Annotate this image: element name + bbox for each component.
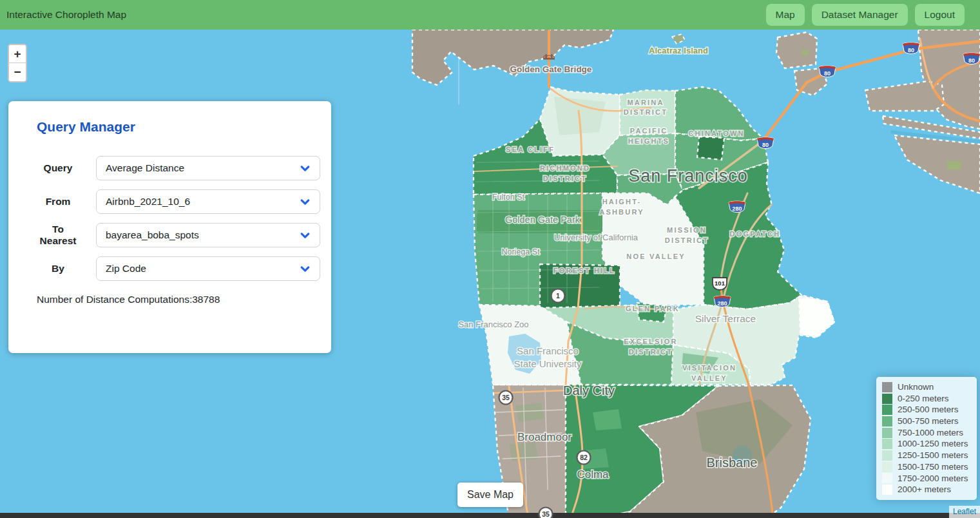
legend-label: 250-500 meters — [898, 404, 959, 416]
region-treasure-island[interactable] — [776, 32, 817, 68]
legend-row: 1000-1250 meters — [882, 438, 971, 450]
shield-82: 82 — [577, 451, 591, 465]
map-label: Broadmoor — [517, 431, 572, 443]
svg-text:280: 280 — [732, 206, 742, 212]
legend-row: Unknown — [882, 381, 971, 393]
legend-swatch — [882, 428, 892, 438]
map-label: Golden Gate Bridge — [510, 64, 592, 74]
shield-80: 80 — [963, 53, 980, 64]
map-label: HAIGHT- — [602, 198, 642, 206]
legend-swatch — [882, 405, 892, 415]
leaflet-link[interactable]: Leaflet — [953, 507, 976, 516]
map-label: MISSION — [667, 226, 707, 234]
select-value: Average Distance — [106, 162, 300, 174]
shield-35: 35 — [499, 391, 513, 405]
query-row: ByZip Code — [28, 256, 320, 281]
chevron-down-icon — [300, 264, 311, 274]
select-value: bayarea_boba_spots — [106, 229, 300, 241]
map-label: Golden Gate Park — [505, 215, 581, 225]
svg-text:35: 35 — [542, 510, 550, 518]
svg-text:280: 280 — [717, 300, 727, 307]
map-label: MARINA — [627, 99, 664, 106]
map-label: San Francisco — [517, 345, 579, 356]
map-label: Noriega St — [501, 247, 540, 256]
map-legend: Unknown0-250 meters250-500 meters500-750… — [876, 377, 977, 500]
select-value: Airbnb_2021_10_6 — [106, 196, 300, 207]
query-row-label: By — [28, 263, 88, 274]
shield-80: 80 — [757, 137, 774, 148]
map-label: Colma — [577, 468, 609, 481]
chevron-down-icon — [300, 230, 311, 241]
legend-row: 2000+ meters — [882, 484, 971, 495]
map-label: FOREST HILL — [553, 267, 615, 274]
map-label: DISTRICT — [665, 236, 709, 244]
region-chinatown-nob-hill[interactable] — [697, 137, 724, 160]
query-manager-title: Query Manager — [37, 119, 320, 135]
zoom-in-button[interactable]: + — [9, 45, 26, 63]
map-label: EXCELSIOR — [624, 338, 677, 345]
select-to-nearest[interactable]: bayarea_boba_spots — [96, 223, 320, 247]
legend-label: 1750-2000 meters — [898, 473, 968, 484]
shield-101: 101 — [713, 278, 727, 290]
map-label: DISTRICT — [624, 108, 668, 116]
map-label: Brisbane — [707, 456, 758, 470]
legend-row: 250-500 meters — [882, 404, 971, 416]
app-title: Interactive Choropleth Map — [6, 9, 126, 21]
query-row: To Nearestbayarea_boba_spots — [28, 223, 320, 247]
navbar: Interactive Choropleth Map MapDataset Ma… — [0, 0, 980, 30]
map-label: GLEN PARK — [626, 305, 680, 312]
nav-button-map[interactable]: Map — [766, 4, 805, 26]
leaflet-attribution[interactable]: Leaflet — [949, 506, 980, 518]
map-label: RICHMOND — [540, 164, 590, 172]
map-label: DISTRICT — [543, 175, 587, 182]
legend-label: 2000+ meters — [898, 484, 951, 495]
svg-text:82: 82 — [580, 454, 588, 461]
legend-swatch — [882, 382, 892, 392]
svg-text:80: 80 — [908, 47, 914, 53]
legend-swatch — [882, 394, 892, 404]
select-query[interactable]: Average Distance — [96, 156, 320, 180]
map-label: State University — [514, 358, 582, 369]
svg-text:35: 35 — [502, 394, 510, 401]
select-value: Zip Code — [106, 263, 300, 274]
map-label: DISTRICT — [629, 348, 673, 356]
legend-label: Unknown — [898, 381, 934, 393]
svg-text:1: 1 — [556, 292, 560, 300]
map-label: CHINATOWN — [688, 130, 744, 137]
shield-280: 280 — [714, 296, 731, 307]
map-label: ASHBURY — [599, 208, 644, 216]
query-row: FromAirbnb_2021_10_6 — [28, 189, 320, 214]
select-by[interactable]: Zip Code — [96, 256, 320, 281]
query-row-label: To Nearest — [28, 224, 88, 247]
distance-computations-note: Number of Distance Computations:38788 — [37, 294, 320, 305]
legend-row: 500-750 meters — [882, 416, 971, 427]
chevron-down-icon — [300, 197, 311, 207]
legend-label: 500-750 meters — [898, 416, 959, 427]
legend-label: 1250-1500 meters — [898, 450, 968, 461]
map-label: Daly City — [563, 383, 615, 398]
query-row-label: From — [28, 196, 88, 207]
svg-text:80: 80 — [762, 142, 769, 148]
select-from[interactable]: Airbnb_2021_10_6 — [96, 189, 320, 214]
map-label: San Francisco Zoo — [458, 320, 528, 329]
legend-swatch — [882, 462, 892, 472]
query-manager-rows: QueryAverage DistanceFromAirbnb_2021_10_… — [28, 156, 320, 281]
map-label: San Francisco — [628, 166, 748, 186]
query-row-label: Query — [28, 162, 88, 174]
query-manager-panel: Query Manager QueryAverage DistanceFromA… — [8, 101, 331, 353]
legend-swatch — [882, 450, 892, 461]
zoom-control: + − — [8, 44, 27, 82]
save-map-button[interactable]: Save Map — [457, 483, 523, 507]
map-label: University of California — [554, 233, 639, 242]
nav-button-dataset-manager[interactable]: Dataset Manager — [812, 4, 908, 26]
tile-edge-strip — [0, 513, 980, 518]
zoom-out-button[interactable]: − — [9, 63, 26, 81]
legend-label: 750-1000 meters — [898, 427, 963, 439]
nav-button-logout[interactable]: Logout — [915, 4, 965, 26]
legend-label: 0-250 meters — [898, 393, 949, 405]
svg-text:80: 80 — [968, 57, 975, 64]
svg-text:80: 80 — [824, 70, 831, 77]
shield-1: 1 — [552, 289, 565, 303]
legend-row: 1250-1500 meters — [882, 450, 971, 461]
legend-row: 1500-1750 meters — [882, 461, 971, 473]
